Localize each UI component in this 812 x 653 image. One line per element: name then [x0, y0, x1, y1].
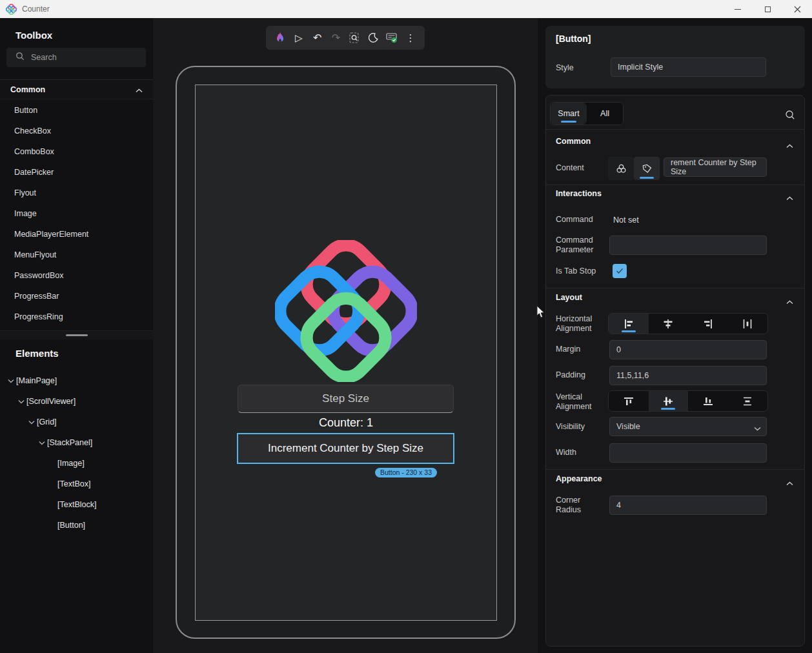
tab-smart[interactable]: Smart [551, 103, 587, 125]
panel-splitter[interactable] [0, 330, 153, 339]
section-common-header[interactable]: Common [556, 137, 591, 146]
toolbox-search[interactable] [6, 48, 146, 67]
chevron-down-icon[interactable] [15, 399, 26, 404]
properties-tabs: Smart All [550, 102, 624, 125]
corner-radius-input[interactable]: 4 [609, 496, 767, 515]
toolbox-item-menuflyout[interactable]: MenuFlyout [0, 245, 153, 265]
tree-item-textblock[interactable]: [TextBlock] [0, 494, 153, 515]
redo-icon: ↷ [332, 32, 340, 44]
width-input[interactable] [609, 443, 767, 463]
titlebar: Counter [0, 0, 812, 18]
hot-reload-flame-icon [275, 32, 285, 44]
chevron-down-icon[interactable] [5, 379, 16, 383]
section-label: Common [10, 85, 45, 94]
v-align-center-button[interactable] [649, 391, 689, 411]
style-input[interactable]: Implicit Style [611, 57, 766, 77]
toolbox-item-progressbar[interactable]: ProgressBar [0, 286, 153, 306]
corner-radius-label: Corner Radius [556, 496, 606, 515]
tree-item-grid[interactable]: [Grid] [0, 412, 153, 432]
elements-title: Elements [15, 348, 59, 359]
moon-icon [369, 33, 378, 43]
content-input[interactable]: rement Counter by Step Size [664, 157, 767, 177]
stretch-horizontal-icon [742, 318, 753, 330]
toolbox-item-passwordbox[interactable]: PasswordBox [0, 265, 153, 286]
section-layout-header[interactable]: Layout [556, 293, 582, 302]
content-literal-toggle[interactable] [634, 157, 660, 180]
toolbox-item-datepicker[interactable]: DatePicker [0, 162, 153, 183]
step-size-textbox[interactable]: Step Size [238, 385, 454, 413]
align-left-icon [623, 318, 634, 330]
play-button[interactable]: ▷ [291, 30, 307, 46]
chevron-up-icon[interactable] [786, 139, 795, 148]
chevron-down-icon[interactable] [26, 420, 37, 425]
increment-button-selected[interactable]: Increment Counter by Step Size [237, 433, 454, 464]
v-align-top-button[interactable] [609, 391, 649, 411]
zoom-selection-button[interactable] [347, 30, 362, 46]
tree-item-mainpage[interactable]: [MainPage] [0, 370, 153, 391]
v-align-bottom-button[interactable] [688, 391, 728, 411]
tree-item-label: [StackPanel] [47, 438, 92, 447]
app-logo-image[interactable] [275, 240, 417, 382]
command-parameter-input[interactable] [609, 236, 767, 255]
section-appearance-header[interactable]: Appearance [556, 474, 602, 483]
selected-element-name: [Button] [556, 34, 591, 44]
toolbox-item-image[interactable]: Image [0, 203, 153, 224]
command-parameter-label: Command Parameter [556, 236, 606, 255]
toolbox-section-common[interactable]: Common [0, 79, 153, 99]
chevron-up-icon[interactable] [786, 192, 795, 201]
counter-textblock[interactable]: Counter: 1 [195, 416, 497, 430]
tree-item-button[interactable]: [Button] [0, 515, 153, 536]
h-align-left-button[interactable] [609, 314, 649, 334]
hot-reload-button[interactable] [272, 30, 288, 46]
undo-button[interactable]: ↶ [310, 30, 325, 46]
visibility-select[interactable]: Visible [609, 417, 767, 436]
minimize-button[interactable] [723, 0, 753, 18]
section-interactions-header[interactable]: Interactions [556, 189, 602, 198]
toolbox-item-progressring[interactable]: ProgressRing [0, 306, 153, 327]
toolbox-item-combobox[interactable]: ComboBox [0, 141, 153, 162]
is-tab-stop-checkbox[interactable] [613, 264, 627, 278]
chevron-up-icon[interactable] [786, 477, 795, 486]
tree-item-label: [MainPage] [16, 376, 57, 385]
more-options-button[interactable]: ⋮ [403, 30, 418, 46]
toolbox-item-flyout[interactable]: Flyout [0, 183, 153, 203]
divider [546, 185, 804, 185]
margin-input[interactable]: 0 [609, 340, 767, 359]
play-icon: ▷ [295, 32, 303, 44]
stretch-vertical-icon [742, 396, 753, 407]
close-button[interactable] [782, 0, 812, 18]
command-label: Command [556, 215, 606, 225]
theme-toggle-button[interactable] [365, 30, 381, 46]
padding-input[interactable]: 11,5,11,6 [609, 366, 767, 385]
style-label: Style [556, 63, 574, 72]
active-toggle-indicator [640, 177, 654, 179]
h-align-right-button[interactable] [688, 314, 728, 334]
command-value[interactable]: Not set [613, 216, 639, 225]
is-tab-stop-label: Is Tab Stop [556, 266, 606, 276]
h-align-center-button[interactable] [649, 314, 689, 334]
tab-all[interactable]: All [587, 103, 623, 125]
divider [546, 129, 804, 130]
toolbox-item-button[interactable]: Button [0, 100, 153, 121]
chevron-down-icon[interactable] [36, 441, 47, 445]
tree-item-stackpanel[interactable]: [StackPanel] [0, 432, 153, 453]
maximize-button[interactable] [753, 0, 782, 18]
toolbox-item-checkbox[interactable]: CheckBox [0, 121, 153, 141]
h-align-stretch-button[interactable] [728, 314, 768, 334]
tree-item-scrollviewer[interactable]: [ScrollViewer] [0, 391, 153, 412]
status-connected-icon [386, 32, 398, 43]
toolbox-item-mediaplayerelement[interactable]: MediaPlayerElement [0, 224, 153, 245]
v-align-stretch-button[interactable] [728, 391, 768, 411]
content-binding-toggle[interactable] [608, 157, 634, 180]
margin-label: Margin [556, 345, 606, 354]
search-input[interactable] [31, 53, 134, 62]
chevron-up-icon[interactable] [786, 296, 795, 305]
vertical-alignment-group [608, 390, 768, 412]
horizontal-alignment-label: Horizontal Alignment [556, 314, 606, 334]
redo-button[interactable]: ↷ [329, 30, 344, 46]
chevron-up-icon [136, 84, 143, 95]
properties-search-button[interactable] [782, 107, 798, 123]
status-button[interactable] [384, 30, 400, 46]
align-center-vertical-icon [662, 396, 674, 407]
width-label: Width [556, 448, 606, 457]
